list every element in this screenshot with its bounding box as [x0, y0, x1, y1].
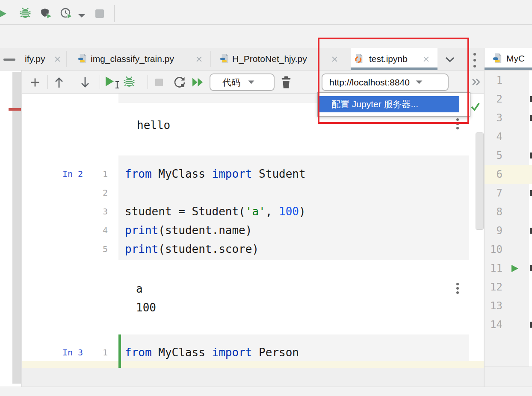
close-icon[interactable]: [54, 56, 61, 62]
inspections-ok-check-icon[interactable]: [470, 102, 480, 111]
cell-type-value: 代码: [222, 76, 240, 88]
debug-cell-icon[interactable]: [123, 76, 135, 88]
line-number: 11: [485, 259, 502, 278]
clipped-code-mark: [530, 115, 532, 121]
tab-divider: [210, 51, 211, 67]
line-number: 3: [86, 202, 108, 221]
toolbar-separator: [114, 5, 115, 22]
cell-output: hello: [137, 116, 170, 135]
clipped-code-mark: [530, 190, 532, 196]
ide-window: ify.py img_classify_train.py H_ProtoNet_…: [0, 0, 532, 396]
toolbar-separator: [148, 75, 148, 89]
run-gutter-icon[interactable]: [511, 264, 519, 273]
line-number: 13: [485, 296, 502, 315]
clipped-code-mark: [530, 153, 532, 158]
code-line[interactable]: student = Student('a', 100): [125, 202, 306, 221]
left-pane-scrollbar[interactable]: [12, 72, 21, 384]
line-number: 12: [485, 278, 502, 296]
clipped-code-mark: [530, 322, 532, 328]
line-number: 1: [485, 71, 502, 90]
cell-output: 100: [136, 298, 156, 317]
code-line[interactable]: print(student.name): [125, 221, 252, 240]
line-number: 6: [485, 165, 502, 184]
clipped-code-mark: [530, 228, 532, 234]
line-number: 7: [485, 184, 502, 202]
code-line[interactable]: from MyClass import Person: [125, 343, 299, 362]
line-number: 1: [86, 343, 108, 362]
status-bar: [0, 387, 532, 396]
python-file-icon: [493, 53, 503, 63]
toolbar-separator: [47, 75, 48, 89]
line-number: 2: [485, 90, 502, 109]
stop-icon: [95, 9, 104, 18]
cell-output: a: [136, 279, 143, 298]
current-line-highlight: [22, 361, 484, 368]
toolbar-divider: [0, 24, 532, 25]
editor-scrollbar-thumb[interactable]: [476, 132, 484, 230]
error-stripe-mark[interactable]: [9, 108, 21, 111]
python-file-icon: [220, 53, 230, 63]
toolbar-separator: [100, 75, 100, 89]
line-number: 10: [485, 240, 502, 259]
clipped-code-mark: [530, 265, 532, 271]
main-toolbar: [0, 0, 532, 24]
tab-h-protonet-hjy-py[interactable]: H_ProtoNet_hjy.py: [232, 54, 307, 64]
run-with-coverage-icon[interactable]: [41, 8, 53, 19]
line-number: 4: [485, 127, 502, 146]
run-all-cells-icon[interactable]: [192, 77, 205, 87]
move-cell-down-icon[interactable]: [80, 76, 90, 88]
delete-cell-icon[interactable]: [280, 76, 292, 89]
interrupt-kernel-icon: [155, 79, 163, 86]
line-number: 5: [86, 240, 108, 258]
move-cell-up-icon[interactable]: [54, 76, 64, 88]
restart-kernel-icon[interactable]: [174, 76, 186, 88]
add-cell-icon[interactable]: [30, 77, 40, 88]
run-cell-icon[interactable]: [105, 76, 121, 90]
run-icon[interactable]: [0, 8, 8, 19]
run-options-chevron-icon[interactable]: [78, 14, 86, 18]
profiler-icon[interactable]: [60, 8, 76, 21]
code-line[interactable]: from MyClass import Student: [125, 164, 306, 183]
line-number: 2: [86, 183, 108, 202]
annotation-rectangle: [318, 38, 469, 124]
debug-icon[interactable]: [19, 7, 31, 19]
line-number: 14: [485, 315, 502, 334]
line-number: 3: [485, 109, 502, 127]
python-file-icon: [78, 53, 88, 63]
tab-img-classify-train-py[interactable]: img_classify_train.py: [91, 54, 174, 64]
tab-myclass-label: MyC: [506, 53, 525, 64]
output-options-kebab-icon[interactable]: [456, 283, 459, 294]
line-number: 4: [86, 221, 108, 240]
cell-type-select[interactable]: 代码: [210, 73, 275, 91]
code-line[interactable]: print(student.score): [125, 240, 259, 258]
line-number: 5: [485, 146, 502, 165]
editor-bottom-area: [22, 368, 484, 387]
collapse-dash-icon[interactable]: [3, 59, 15, 61]
toolbar-overflow-icon[interactable]: [471, 78, 482, 86]
selected-cell-bar: [118, 334, 121, 368]
cell-execution-label: In 2: [62, 164, 83, 183]
tab-divider: [66, 51, 67, 67]
tab-ify-py[interactable]: ify.py: [25, 54, 45, 64]
right-bottom-area: [485, 367, 532, 387]
line-number: 8: [485, 202, 502, 221]
cell-execution-label: In 3: [62, 343, 83, 362]
line-number: 9: [485, 221, 502, 240]
tab-options-kebab-icon[interactable]: [473, 53, 476, 67]
line-number: 1: [86, 164, 108, 183]
close-icon[interactable]: [196, 56, 202, 62]
chevron-down-icon: [248, 80, 254, 84]
clipped-code-mark: [530, 96, 532, 102]
